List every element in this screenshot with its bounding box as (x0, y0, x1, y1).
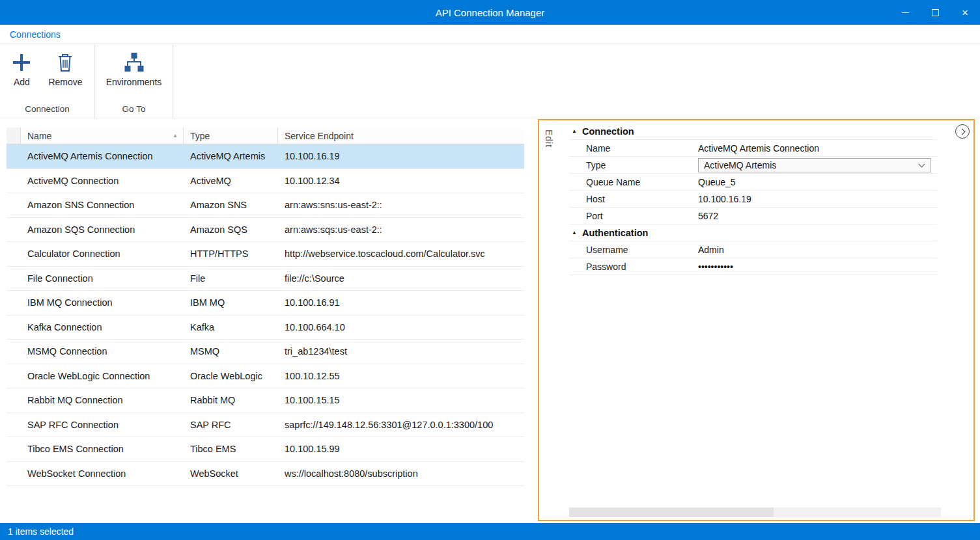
table-row[interactable]: SAP RFC Connection SAP RFC saprfc://149.… (7, 413, 524, 438)
table-header-row: Name ▲ Type Service Endpoint (7, 128, 524, 144)
header-gutter[interactable] (7, 128, 21, 144)
add-button[interactable]: Add (8, 49, 35, 88)
field-label: Username (569, 245, 698, 255)
field-label: Queue Name (569, 177, 698, 187)
cell-type: SAP RFC (184, 420, 278, 430)
cell-type: ActiveMQ (184, 176, 278, 186)
scrollbar-thumb[interactable] (569, 507, 774, 517)
cell-endpoint: file://c:\Source (278, 273, 524, 284)
close-button[interactable]: × (950, 0, 980, 25)
tab-connections[interactable]: Connections (10, 29, 61, 40)
cell-name: File Connection (21, 273, 184, 284)
table-row[interactable]: MSMQ Connection MSMQ tri_ab1234\test (7, 340, 524, 364)
row-gutter[interactable] (7, 437, 21, 461)
table-row[interactable]: Rabbit MQ Connection Rabbit MQ 10.100.15… (7, 388, 524, 413)
cell-type: Tibco EMS (184, 444, 278, 454)
section-header-connection[interactable]: ▲ Connection (569, 123, 937, 140)
port-field[interactable]: 5672 (698, 211, 937, 221)
add-button-label: Add (14, 77, 30, 87)
field-row-host: Host 10.100.16.19 (569, 191, 937, 208)
field-label: Port (569, 211, 698, 221)
section-header-authentication[interactable]: ▲ Authentication (569, 224, 937, 241)
cell-type: ActiveMQ Artemis (184, 151, 278, 161)
cell-name: IBM MQ Connection (21, 297, 184, 308)
section-title: Authentication (582, 228, 649, 238)
table-row[interactable]: Kafka Connection Kafka 10.100.664.10 (7, 316, 524, 340)
table-row[interactable]: Tibco EMS Connection Tibco EMS 10.100.15… (7, 437, 524, 462)
cell-name: MSMQ Connection (21, 346, 184, 357)
cell-name: WebSocket Connection (21, 468, 184, 479)
table-row[interactable]: Amazon SQS Connection Amazon SQS arn:aws… (7, 218, 524, 243)
field-row-port: Port 5672 (569, 208, 937, 224)
ribbon-tab-row: Connections (0, 25, 980, 44)
column-header-endpoint[interactable]: Service Endpoint (278, 128, 524, 144)
cell-endpoint: saprfc://149.148.12.56:3301@127.0.0.1:33… (278, 420, 524, 430)
cell-endpoint: arn:aws:sqs:us-east-2:: (278, 224, 524, 235)
table-row[interactable]: Amazon SNS Connection Amazon SNS arn:aws… (7, 193, 524, 218)
table-row[interactable]: ActiveMQ Artemis Connection ActiveMQ Art… (7, 144, 524, 169)
name-field[interactable]: ActiveMQ Artemis Connection (698, 143, 937, 154)
row-gutter[interactable] (7, 291, 21, 315)
edit-panel-content: ▲ Connection Name ActiveMQ Artemis Conne… (569, 123, 937, 275)
section-title: Connection (582, 126, 634, 137)
cell-name: Tibco EMS Connection (21, 444, 184, 454)
table-row[interactable]: Oracle WebLogic Connection Oracle WebLog… (7, 364, 524, 389)
row-gutter[interactable] (7, 364, 21, 388)
window-controls: × (890, 0, 980, 25)
cell-name: Amazon SQS Connection (21, 224, 184, 235)
table-row[interactable]: IBM MQ Connection IBM MQ 10.100.16.91 (7, 291, 524, 316)
row-gutter[interactable] (7, 340, 21, 364)
expander-triangle-icon[interactable]: ▲ (572, 128, 577, 134)
cell-endpoint: 10.100.12.34 (278, 176, 524, 186)
expander-triangle-icon[interactable]: ▲ (572, 230, 577, 236)
password-field[interactable]: ••••••••••• (698, 262, 937, 272)
row-gutter[interactable] (7, 388, 21, 412)
horizontal-scrollbar[interactable] (569, 507, 941, 517)
username-field[interactable]: Admin (698, 245, 937, 255)
remove-button[interactable]: Remove (44, 49, 86, 88)
table-row[interactable]: Calculator Connection HTTP/HTTPS http://… (7, 242, 524, 267)
queue-name-field[interactable]: Queue_5 (698, 177, 937, 187)
table-row[interactable]: File Connection File file://c:\Source (7, 267, 524, 291)
cell-name: Kafka Connection (21, 322, 184, 332)
edit-panel-label: Edit (544, 129, 554, 148)
environments-button[interactable]: Environments (102, 49, 166, 88)
field-row-type: Type ActiveMQ Artemis (569, 157, 937, 174)
field-row-queue-name: Queue Name Queue_5 (569, 174, 937, 191)
cell-name: Amazon SNS Connection (21, 200, 184, 210)
row-gutter[interactable] (7, 242, 21, 266)
row-gutter[interactable] (7, 316, 21, 340)
collapse-panel-button[interactable] (955, 124, 970, 139)
sort-ascending-icon: ▲ (173, 133, 178, 139)
window-title: API Connection Manager (0, 7, 980, 18)
row-gutter[interactable] (7, 193, 21, 217)
table-row[interactable]: WebSocket Connection WebSocket ws://loca… (7, 462, 524, 487)
column-header-type-label: Type (190, 131, 210, 141)
row-gutter[interactable] (7, 413, 21, 437)
maximize-button[interactable] (920, 0, 950, 25)
ribbon-group-connection: Add Remove Connection (0, 44, 95, 118)
row-gutter[interactable] (7, 144, 21, 169)
edit-panel: Edit ▲ Connection Name ActiveMQ Artemis … (538, 119, 975, 521)
host-field[interactable]: 10.100.16.19 (698, 194, 937, 204)
column-header-name-label: Name (27, 131, 51, 141)
cell-name: Oracle WebLogic Connection (21, 371, 184, 381)
column-header-type[interactable]: Type (184, 128, 278, 144)
minimize-button[interactable] (890, 0, 920, 25)
cell-endpoint: 100.10.12.55 (278, 371, 524, 381)
row-gutter[interactable] (7, 462, 21, 486)
remove-button-label: Remove (48, 77, 82, 87)
field-label: Password (569, 262, 698, 272)
cell-type: Rabbit MQ (184, 395, 278, 405)
row-gutter[interactable] (7, 267, 21, 291)
type-dropdown[interactable]: ActiveMQ Artemis (698, 158, 931, 172)
ribbon-group-goto: Environments Go To (95, 44, 173, 118)
chevron-right-icon (959, 128, 965, 135)
row-gutter[interactable] (7, 169, 21, 193)
main-area: Name ▲ Type Service Endpoint ActiveMQ Ar… (0, 118, 980, 523)
column-header-name[interactable]: Name ▲ (21, 128, 184, 144)
cell-endpoint: 10.100.15.99 (278, 444, 524, 454)
row-gutter[interactable] (7, 218, 21, 242)
field-row-name: Name ActiveMQ Artemis Connection (569, 140, 937, 157)
table-row[interactable]: ActiveMQ Connection ActiveMQ 10.100.12.3… (7, 169, 524, 194)
